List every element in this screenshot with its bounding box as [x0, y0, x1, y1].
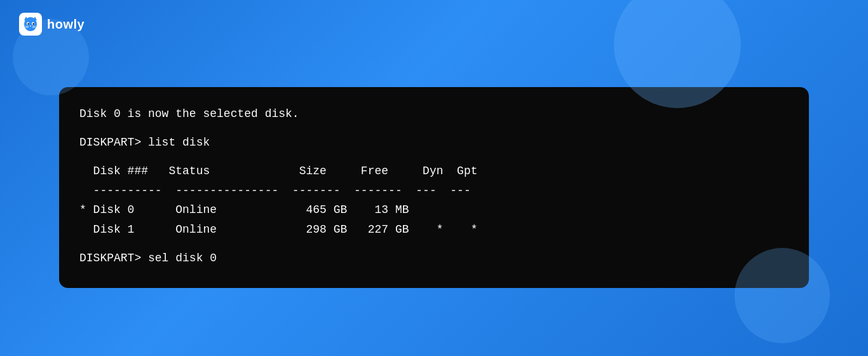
logo-text: howly [47, 17, 85, 32]
terminal-wrapper: Disk 0 is now the selected disk. DISKPAR… [59, 87, 809, 288]
terminal-spacer-1 [79, 125, 789, 134]
terminal-spacer-3 [79, 240, 789, 249]
terminal-table-header: Disk ### Status Size Free Dyn Gpt [79, 162, 789, 181]
terminal-spacer-2 [79, 153, 789, 162]
terminal-disk0-row: * Disk 0 Online 465 GB 13 MB [79, 201, 789, 219]
terminal-disk1-row: Disk 1 Online 298 GB 227 GB * * [79, 221, 789, 239]
bg-decoration-2 [735, 248, 830, 343]
svg-point-6 [28, 23, 29, 25]
svg-point-8 [30, 25, 31, 27]
terminal-last-line: DISKPART> sel disk 0 [79, 249, 789, 268]
svg-point-7 [33, 23, 34, 25]
terminal-table-divider: ---------- --------------- ------- -----… [79, 182, 789, 200]
terminal-line-2: DISKPART> list disk [79, 134, 789, 152]
howly-logo-icon [19, 13, 42, 36]
header: howly [19, 13, 85, 36]
terminal: Disk 0 is now the selected disk. DISKPAR… [59, 87, 809, 288]
